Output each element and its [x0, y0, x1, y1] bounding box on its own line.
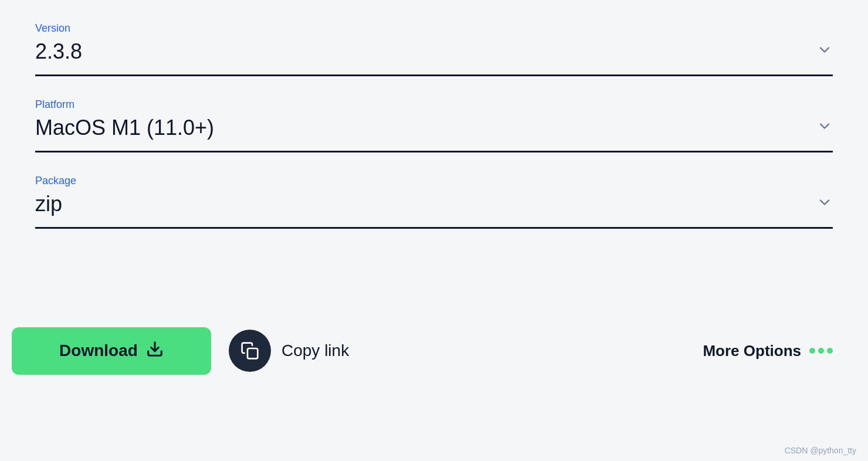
copy-link-text: Copy link	[282, 341, 349, 360]
more-options-container[interactable]: More Options	[703, 342, 833, 360]
version-chevron-icon	[816, 42, 833, 62]
package-label: Package	[35, 175, 833, 187]
version-label: Version	[35, 22, 833, 35]
dot-1	[809, 348, 815, 354]
platform-section: Platform MacOS M1 (11.0+)	[0, 76, 868, 151]
copy-icon-circle	[229, 330, 271, 372]
package-section: Package zip	[0, 152, 868, 227]
platform-chevron-icon	[816, 118, 833, 138]
package-chevron-icon	[816, 194, 833, 214]
version-section: Version 2.3.8	[0, 0, 868, 74]
more-options-dots-icon	[809, 348, 833, 354]
version-value: 2.3.8	[35, 39, 82, 64]
version-value-row: 2.3.8	[35, 39, 833, 64]
package-value: zip	[35, 192, 62, 216]
download-label: Download	[59, 341, 138, 360]
dot-2	[818, 348, 824, 354]
bottom-actions: Download Copy link More Options	[0, 229, 868, 461]
platform-label: Platform	[35, 99, 833, 111]
download-icon	[146, 340, 164, 362]
page-container: Version 2.3.8 Platform MacOS M1 (11.0+)	[0, 0, 868, 461]
more-options-text: More Options	[703, 342, 801, 360]
watermark: CSDN @python_tty	[785, 446, 856, 455]
version-selector[interactable]: Version 2.3.8	[35, 12, 833, 74]
download-button[interactable]: Download	[12, 327, 211, 375]
svg-rect-1	[247, 348, 257, 358]
dot-3	[827, 348, 833, 354]
platform-selector[interactable]: Platform MacOS M1 (11.0+)	[35, 88, 833, 151]
package-value-row: zip	[35, 192, 833, 216]
platform-value: MacOS M1 (11.0+)	[35, 116, 214, 140]
copy-link-container[interactable]: Copy link	[229, 330, 349, 372]
package-selector[interactable]: Package zip	[35, 164, 833, 227]
platform-value-row: MacOS M1 (11.0+)	[35, 116, 833, 140]
